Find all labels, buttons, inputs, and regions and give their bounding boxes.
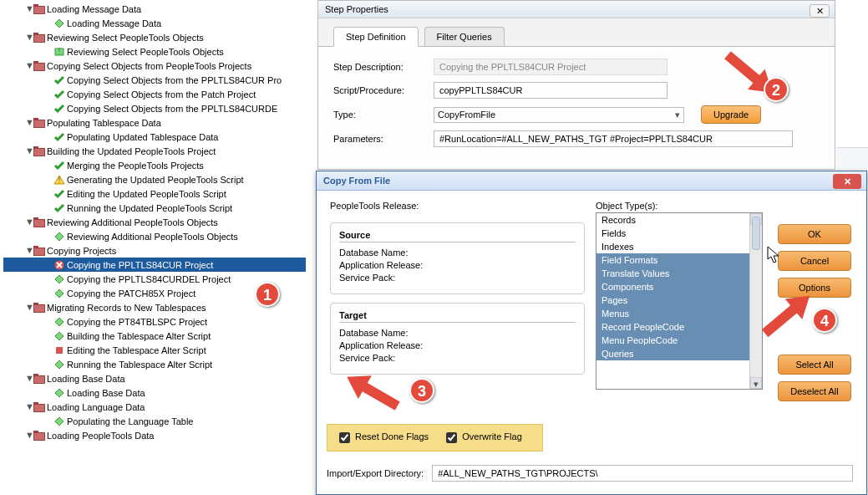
- flag-highlight: Reset Done Flags Overwrite Flag: [327, 424, 543, 452]
- tree-twisty-icon[interactable]: ▼: [25, 243, 33, 258]
- field-script-procedure[interactable]: copyPPLTLS84CUR: [434, 82, 667, 99]
- tree-item[interactable]: Copying the PPLTLS84CUR Project: [3, 258, 306, 272]
- target-group: Target Database Name: Application Releas…: [330, 303, 585, 375]
- object-type-item[interactable]: Queries: [596, 347, 762, 360]
- tree-item[interactable]: Copying the PT84TBLSPC Project: [3, 314, 306, 329]
- label-db-name-tgt: Database Name:: [339, 328, 576, 338]
- tree-item[interactable]: !Reviewing Select PeopleTools Objects: [3, 44, 306, 59]
- tree-item[interactable]: Loading Message Data: [3, 16, 306, 30]
- tree-item[interactable]: ▼Copying Select Objects from PeopleTools…: [3, 59, 306, 73]
- tree-twisty-icon[interactable]: ▼: [25, 371, 33, 385]
- object-type-item[interactable]: Indexes: [596, 240, 762, 253]
- svg-text:!: !: [58, 175, 60, 185]
- tree-folder-icon: [33, 217, 45, 227]
- object-type-item[interactable]: Record PeopleCode: [596, 320, 762, 334]
- scroll-thumb[interactable]: [752, 217, 760, 250]
- object-type-item[interactable]: Pages: [596, 293, 762, 307]
- object-types-list[interactable]: RecordsFieldsIndexesField FormatsTransla…: [596, 212, 763, 390]
- svg-rect-20: [33, 217, 38, 220]
- tree-folder-icon: [33, 4, 45, 14]
- tree-folder-icon: [33, 431, 45, 441]
- close-icon[interactable]: ✕: [833, 174, 861, 189]
- select-type-value: CopyFromFile: [438, 110, 495, 120]
- tree-item[interactable]: Running the Tablespace Alter Script: [3, 357, 306, 371]
- tree-stop-icon: [53, 345, 65, 355]
- tree-item[interactable]: Populating the Language Table: [3, 414, 306, 428]
- tree-twisty-icon[interactable]: ▼: [25, 400, 33, 414]
- tree-item[interactable]: !Generating the Updated PeopleTools Scri…: [3, 172, 306, 186]
- tree-item[interactable]: ▼Loading Message Data: [3, 2, 306, 16]
- object-type-item[interactable]: Components: [596, 280, 762, 293]
- tree-check-icon: [53, 75, 65, 85]
- tree-item[interactable]: ▼Reviewing Select PeopleTools Objects: [3, 30, 306, 44]
- tree-diamond-icon: [53, 18, 65, 28]
- tree-item[interactable]: Editing the Tablespace Alter Script: [3, 343, 306, 357]
- tree-twisty-icon[interactable]: ▼: [25, 300, 33, 314]
- object-type-item[interactable]: Field Formats: [596, 253, 762, 267]
- tree-item[interactable]: Reviewing Additional PeopleTools Objects: [3, 229, 306, 243]
- deselect-all-button[interactable]: Deselect All: [778, 381, 851, 401]
- tree-item[interactable]: Copying Select Objects from the PPLTLS84…: [3, 73, 306, 87]
- ok-button[interactable]: OK: [778, 224, 851, 244]
- label-object-types: Object Type(s):: [596, 201, 763, 211]
- source-group: Source Database Name: Application Releas…: [330, 222, 585, 294]
- svg-rect-37: [33, 431, 38, 433]
- tree-item[interactable]: Populating Updated Tablespace Data: [3, 130, 306, 144]
- tree-item-label: Copying Projects: [47, 246, 116, 256]
- object-type-item[interactable]: Fields: [596, 227, 762, 240]
- navigation-tree[interactable]: ▼Loading Message DataLoading Message Dat…: [0, 0, 309, 444]
- tree-item-label: Editing the Updated PeopleTools Script: [67, 189, 226, 199]
- tree-twisty-icon[interactable]: ▼: [25, 59, 33, 73]
- tree-item[interactable]: Copying Select Objects from the Patch Pr…: [3, 87, 306, 101]
- tree-twisty-icon[interactable]: ▼: [25, 2, 33, 16]
- label-step-description: Step Description:: [333, 62, 434, 72]
- tab-bar: Step Definition Filter Queries: [318, 18, 835, 47]
- tree-item[interactable]: Running the Updated PeopleTools Script: [3, 201, 306, 215]
- field-parameters[interactable]: #RunLocation=#ALL_NEW_PATHS_TGT #Project…: [434, 130, 793, 147]
- object-type-item[interactable]: Records: [596, 213, 762, 227]
- tree-twisty-icon[interactable]: ▼: [25, 30, 33, 44]
- tree-item[interactable]: ▼Loading PeopleTools Data: [3, 428, 306, 442]
- svg-rect-10: [33, 61, 38, 64]
- tree-twisty-icon[interactable]: ▼: [25, 115, 33, 130]
- tab-filter-queries[interactable]: Filter Queries: [424, 27, 505, 46]
- callout-1: 1: [255, 282, 280, 307]
- cursor-icon: [767, 246, 782, 266]
- tab-step-definition[interactable]: Step Definition: [333, 27, 419, 47]
- upgrade-button[interactable]: Upgrade: [701, 105, 761, 124]
- tree-item[interactable]: ▼Loading Base Data: [3, 371, 306, 385]
- tree-item[interactable]: ▼Populating Tablespace Data: [3, 115, 306, 130]
- tree-twisty-icon[interactable]: ▼: [25, 215, 33, 229]
- tree-item[interactable]: Loading Base Data: [3, 385, 306, 400]
- field-import-export[interactable]: #ALL_NEW_PATHS_TGT\PROJECTS\: [432, 465, 853, 482]
- tree-item[interactable]: ▼Copying Projects: [3, 243, 306, 258]
- cancel-button[interactable]: Cancel: [778, 251, 851, 271]
- tree-twisty-icon[interactable]: ▼: [25, 144, 33, 158]
- svg-rect-4: [34, 35, 44, 42]
- tree-item[interactable]: ▼Reviewing Additional PeopleTools Object…: [3, 215, 306, 229]
- object-type-item[interactable]: Menus: [596, 307, 762, 320]
- svg-text:!: !: [58, 47, 60, 56]
- close-icon[interactable]: ✕: [810, 4, 830, 18]
- tree-twisty-icon[interactable]: ▼: [25, 428, 33, 442]
- tree-item[interactable]: ▼Loading Language Data: [3, 400, 306, 414]
- tree-item[interactable]: Merging the PeopleTools Projects: [3, 158, 306, 172]
- object-type-item[interactable]: Translate Values: [596, 267, 762, 280]
- checkbox-overwrite[interactable]: Overwrite Flag: [443, 431, 522, 441]
- scroll-down-icon[interactable]: ▾: [750, 377, 762, 389]
- select-type[interactable]: CopyFromFile ▾: [434, 107, 684, 123]
- checkbox-reset-done[interactable]: Reset Done Flags: [336, 431, 429, 441]
- svg-rect-5: [33, 33, 38, 35]
- object-type-item[interactable]: Menu PeopleCode: [596, 334, 762, 347]
- tree-item[interactable]: ▼Building the Updated PeopleTools Projec…: [3, 144, 306, 158]
- copy-window-title-bar: Copy From File ✕: [317, 171, 866, 191]
- tree-check-icon: [53, 89, 65, 100]
- svg-rect-33: [34, 405, 44, 411]
- tree-item[interactable]: Copying Select Objects from the PPLTLS84…: [3, 101, 306, 115]
- svg-rect-34: [33, 402, 38, 405]
- tree-item-label: Loading Base Data: [67, 388, 145, 398]
- select-all-button[interactable]: Select All: [778, 355, 851, 375]
- scrollbar[interactable]: ▴ ▾: [749, 213, 762, 389]
- tree-item[interactable]: Building the Tablespace Alter Script: [3, 329, 306, 343]
- tree-item[interactable]: Editing the Updated PeopleTools Script: [3, 186, 306, 201]
